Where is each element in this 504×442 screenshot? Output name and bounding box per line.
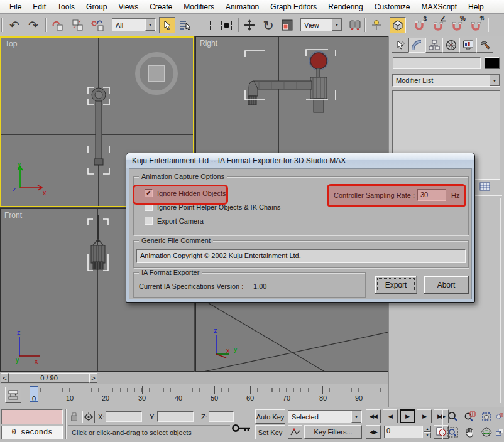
window-crossing-button[interactable] [218,17,234,33]
open-mini-curve-editor-button[interactable] [5,387,21,403]
menu-help[interactable]: Help [463,1,490,13]
coord-system-dropdown-icon[interactable]: ▼ [332,19,342,31]
tab-motion[interactable] [442,38,459,53]
select-rotate-button[interactable]: ↻ [260,17,277,33]
tab-utilities[interactable] [476,38,493,53]
comment-input[interactable]: Animation Copyright © 2002 Kuju Entertai… [136,249,466,263]
menu-rendering[interactable]: Rendering [322,1,368,13]
tab-modify[interactable] [408,38,425,53]
abort-button[interactable]: Abort [424,276,469,294]
object-color-swatch[interactable] [485,57,500,69]
modifier-list-dropdown-icon[interactable]: ▼ [490,75,500,86]
default-in-out-tangent-button[interactable] [288,425,302,439]
menu-create[interactable]: Create [144,1,178,13]
zoom-extents-all-button[interactable] [495,409,504,423]
snaps-toggle-button[interactable] [390,17,406,33]
percent-snap-button[interactable]: % [449,17,465,33]
zoom-button[interactable] [445,409,460,423]
configure-modifier-sets-button[interactable] [479,182,490,191]
previous-frame-button[interactable]: ◀ [383,409,398,423]
selection-filter-dropdown-icon[interactable]: ▼ [145,19,155,31]
arc-rotate-button[interactable] [479,425,494,439]
zoom-all-button[interactable] [462,409,477,423]
time-slider-prev-button[interactable]: < [1,373,9,383]
zoom-extents-button[interactable] [479,409,494,423]
snap-3d-button[interactable]: 3 [411,17,427,33]
current-frame-marker[interactable]: 0 [30,386,38,402]
key-selection-mode-select[interactable]: Selected ▼ [288,410,362,423]
menu-views[interactable]: Views [112,1,144,13]
menu-tools[interactable]: Tools [52,1,80,13]
time-slider-track[interactable]: < 0 / 90 > [0,372,388,384]
menu-maxscript[interactable]: MAXScript [415,1,463,13]
select-by-name-button[interactable] [177,17,193,33]
menu-group[interactable]: Group [80,1,112,13]
menu-graph-editors[interactable]: Graph Editors [265,1,322,13]
modifier-list-select[interactable]: Modifier List ▼ [392,74,500,87]
dialog-titlebar[interactable]: Kuju Entertainment Ltd -- IA Format Expo… [126,153,474,168]
select-scale-button[interactable] [279,17,295,33]
track-bar[interactable]: 0 10 20 30 40 50 60 70 80 90 0 [0,384,388,407]
use-pivot-center-button[interactable] [347,17,363,33]
min-max-toggle-button[interactable] [495,425,504,439]
tab-hierarchy[interactable] [425,38,442,53]
absolute-offset-toggle[interactable] [82,411,95,423]
checkbox-ignore-point-helpers-label[interactable]: Ignore Point Helper Objects & IK Chains [157,203,280,211]
set-key-button[interactable]: Set Key [255,425,285,439]
spinner-down-button[interactable]: ▼ [424,432,431,438]
y-coord-field[interactable] [157,411,194,422]
key-mode-toggle-button[interactable]: ◀▶ [366,425,381,439]
panel-scrollbar[interactable] [500,198,501,403]
spinner-snap-button[interactable]: ⇅ [468,17,484,33]
key-selection-dropdown-icon[interactable]: ▼ [351,411,361,423]
angle-snap-button[interactable]: ∠ [430,17,446,33]
menu-edit[interactable]: Edit [27,1,52,13]
toolbar-handle[interactable] [1,18,3,32]
coord-system-select[interactable]: View ▼ [300,18,342,31]
spinner-up-button[interactable]: ▲ [424,426,431,432]
link-button[interactable] [49,17,65,33]
object-name-field[interactable] [393,57,481,69]
keyboard-shortcut-override-toggle[interactable] [231,423,251,434]
checkbox-ignore-point-helpers[interactable] [145,203,153,211]
unlink-button[interactable] [69,17,85,33]
pan-button[interactable] [462,425,477,439]
selection-lock-toggle[interactable] [70,411,79,422]
zoom-region-button[interactable] [445,425,460,439]
checkbox-export-camera-label[interactable]: Export Camera [157,217,204,225]
bind-spacewarp-button[interactable] [89,17,106,33]
sampling-rate-field[interactable]: 30 [417,189,446,201]
play-button[interactable]: ▶ [400,409,415,423]
frame-spinner[interactable]: ▲ ▼ [424,426,431,438]
key-filters-button[interactable]: Key Filters... [304,425,362,439]
faucet-object-side-view[interactable] [240,46,341,127]
tab-display[interactable] [459,38,476,53]
selection-filter-select[interactable]: All ▼ [112,18,156,31]
select-object-button[interactable] [159,17,175,33]
checkbox-export-camera[interactable] [145,217,153,225]
select-manipulate-button[interactable] [368,17,385,33]
go-to-start-button[interactable]: ◀◀ [366,409,381,423]
menu-customize[interactable]: Customize [369,1,416,13]
maxscript-listener[interactable]: 0 seconds [1,426,63,439]
rect-selection-region-button[interactable] [197,17,213,33]
tab-create[interactable] [392,38,408,53]
time-slider-handle[interactable]: 0 / 90 [9,373,89,383]
faucet-object-top-view[interactable] [83,85,114,179]
export-button[interactable]: Export [375,276,417,294]
checkbox-ignore-hidden-label[interactable]: Ignore Hidden Objects [157,190,226,197]
auto-key-button[interactable]: Auto Key [255,409,285,424]
maxscript-macro-recorder[interactable] [1,409,63,424]
undo-button[interactable]: ↶ [6,17,23,33]
next-frame-button[interactable]: ▶ [417,409,432,423]
faucet-object-front-view[interactable] [85,215,111,275]
select-move-button[interactable] [241,17,258,33]
redo-button[interactable]: ↷ [25,17,41,33]
current-frame-field[interactable]: 0 [384,426,423,438]
checkbox-ignore-hidden[interactable]: ✔ [145,189,153,197]
time-slider-next-button[interactable]: > [89,373,97,383]
menu-modifiers[interactable]: Modifiers [178,1,220,13]
menu-animation[interactable]: Animation [220,1,265,13]
z-coord-field[interactable] [209,411,234,422]
menu-file[interactable]: File [4,1,27,13]
